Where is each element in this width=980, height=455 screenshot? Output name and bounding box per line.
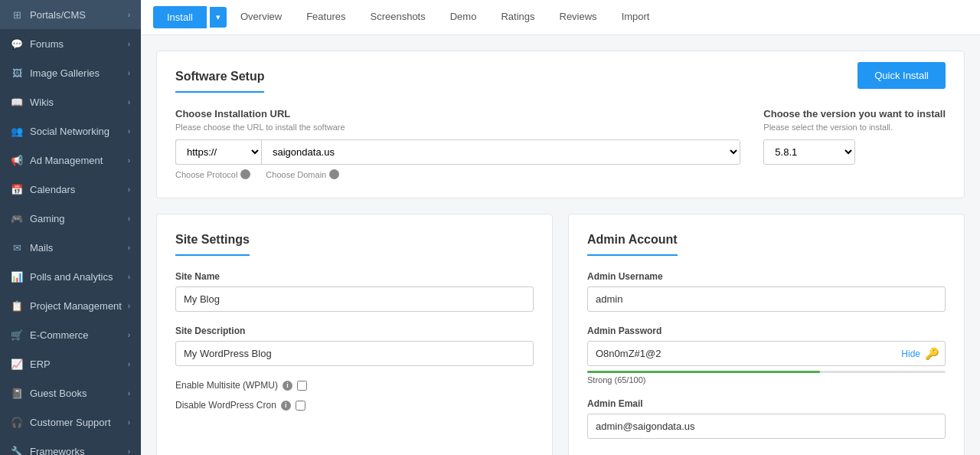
disable-cron-label: Disable WordPress Cron [175,400,276,411]
sidebar-item-project-management[interactable]: 📋 Project Management › [0,291,141,320]
chevron-icon-polls-and-analytics: › [128,273,130,281]
site-name-field: Site Name [175,271,534,312]
admin-email-label: Admin Email [587,398,946,409]
sidebar-label-mails: Mails [30,242,53,254]
tab-reviews[interactable]: Reviews [549,0,608,34]
sidebar-label-frameworks: Frameworks [30,446,85,456]
chevron-icon-ad-management: › [128,156,130,165]
sidebar-label-calendars: Calendars [30,184,75,195]
sidebar-label-wikis: Wikis [30,97,54,108]
chevron-icon-wikis: › [128,98,130,106]
tab-overview[interactable]: Overview [230,0,292,34]
sidebar-label-erp: ERP [30,358,51,370]
sidebar-icon-guest-books: 📓 [11,387,23,399]
site-description-input[interactable] [175,341,534,366]
key-icon: 🔑 [925,347,939,361]
sidebar-item-image-galleries[interactable]: 🖼 Image Galleries › [0,58,141,87]
tab-ratings[interactable]: Ratings [490,0,545,34]
version-sublabel: Please select the version to install. [763,123,946,132]
version-label: Choose the version you want to install [763,108,946,119]
sidebar-label-project-management: Project Management [30,300,122,312]
sidebar-item-social-networking[interactable]: 👥 Social Networking › [0,116,141,146]
sidebar-icon-frameworks: 🔧 [11,445,23,455]
enable-multisite-label: Enable Multisite (WPMU) [175,380,278,391]
sidebar-item-frameworks[interactable]: 🔧 Frameworks › [0,437,141,455]
sidebar-item-calendars[interactable]: 📅 Calendars › [0,175,141,204]
admin-password-input[interactable] [587,341,946,366]
sidebar-icon-wikis: 📖 [11,96,23,108]
site-name-input[interactable] [175,286,534,312]
site-description-field: Site Description [175,326,534,366]
admin-account-title: Admin Account [587,233,678,256]
tab-import[interactable]: Import [611,0,661,34]
url-inputs: https://http://https://www.http://www. s… [175,139,740,165]
multisite-info-icon[interactable]: i [283,381,292,391]
chevron-icon-guest-books: › [128,389,130,398]
sidebar-icon-image-galleries: 🖼 [11,67,23,79]
sidebar-item-guest-books[interactable]: 📓 Guest Books › [0,378,141,408]
chevron-icon-mails: › [128,244,130,252]
password-wrapper: Hide 🔑 [587,341,946,366]
sidebar-item-erp[interactable]: 📈 ERP › [0,349,141,378]
chevron-icon-e-commerce: › [128,331,130,339]
chevron-icon-portals-cms: › [128,11,130,19]
choose-domain-label: Choose Domain i [266,169,339,179]
install-url-label: Choose Installation URL [175,108,740,119]
strength-label: Strong (65/100) [587,375,946,385]
sidebar-icon-forums: 💬 [11,38,23,50]
admin-email-field: Admin Email [587,398,946,439]
strength-bar [587,371,820,373]
disable-cron-checkbox[interactable] [296,401,305,411]
install-button[interactable]: Install [153,6,207,28]
enable-multisite-checkbox[interactable] [297,381,307,391]
admin-username-input[interactable] [587,286,946,312]
software-setup-title: Software Setup [175,70,264,93]
chevron-icon-frameworks: › [128,447,130,456]
choose-protocol-label: Choose Protocol i [175,169,250,179]
sidebar-icon-social-networking: 👥 [11,125,23,137]
protocol-select[interactable]: https://http://https://www.http://www. [175,139,261,165]
tab-screenshots[interactable]: Screenshots [359,0,436,34]
sidebar-item-forums[interactable]: 💬 Forums › [0,29,141,58]
domain-select[interactable]: saigondata.us [261,139,740,165]
sidebar-label-social-networking: Social Networking [30,126,109,137]
chevron-icon-calendars: › [128,185,130,194]
install-url-section: Choose Installation URL Please choose th… [175,108,946,179]
install-url-left: Choose Installation URL Please choose th… [175,108,740,179]
strength-bar-container [587,371,946,373]
sidebar-icon-project-management: 📋 [11,300,23,312]
hide-password-button[interactable]: Hide [901,349,920,359]
chevron-icon-social-networking: › [128,127,130,136]
version-select[interactable]: 5.8.15.8.05.7.9 [763,139,855,165]
sidebar-item-customer-support[interactable]: 🎧 Customer Support › [0,408,141,437]
sidebar-item-ad-management[interactable]: 📢 Ad Management › [0,146,141,175]
admin-email-input[interactable] [587,414,946,439]
quick-install-button[interactable]: Quick Install [858,62,946,89]
chevron-icon-erp: › [128,360,130,368]
admin-username-field: Admin Username [587,271,946,312]
sidebar-item-mails[interactable]: ✉ Mails › [0,233,141,262]
enable-multisite-row: Enable Multisite (WPMU) i [175,380,534,391]
site-settings-card: Site Settings Site Name Site Description… [156,214,553,455]
install-url-sublabel: Please choose the URL to install the sof… [175,123,740,132]
sidebar-icon-mails: ✉ [11,241,23,254]
sidebar-icon-polls-and-analytics: 📊 [11,270,23,283]
tab-demo[interactable]: Demo [439,0,488,34]
sidebar-item-wikis[interactable]: 📖 Wikis › [0,87,141,116]
sidebar-label-guest-books: Guest Books [30,388,87,399]
cron-info-icon[interactable]: i [281,401,291,411]
sidebar-label-e-commerce: E-Commerce [30,329,89,341]
sidebar-icon-calendars: 📅 [11,183,23,195]
domain-info-icon[interactable]: i [329,169,339,179]
content-area: Quick Install Software Setup Choose Inst… [141,35,980,455]
install-dropdown-button[interactable]: ▾ [210,7,227,28]
protocol-info-icon[interactable]: i [240,169,250,179]
sidebar-item-gaming[interactable]: 🎮 Gaming › [0,204,141,233]
disable-cron-row: Disable WordPress Cron i [175,400,534,411]
tab-features[interactable]: Features [296,0,356,34]
admin-username-label: Admin Username [587,271,946,282]
sidebar-item-e-commerce[interactable]: 🛒 E-Commerce › [0,320,141,349]
sidebar-item-polls-and-analytics[interactable]: 📊 Polls and Analytics › [0,262,141,291]
chevron-icon-project-management: › [128,302,130,310]
sidebar-item-portals-cms[interactable]: ⊞ Portals/CMS › [0,0,141,29]
